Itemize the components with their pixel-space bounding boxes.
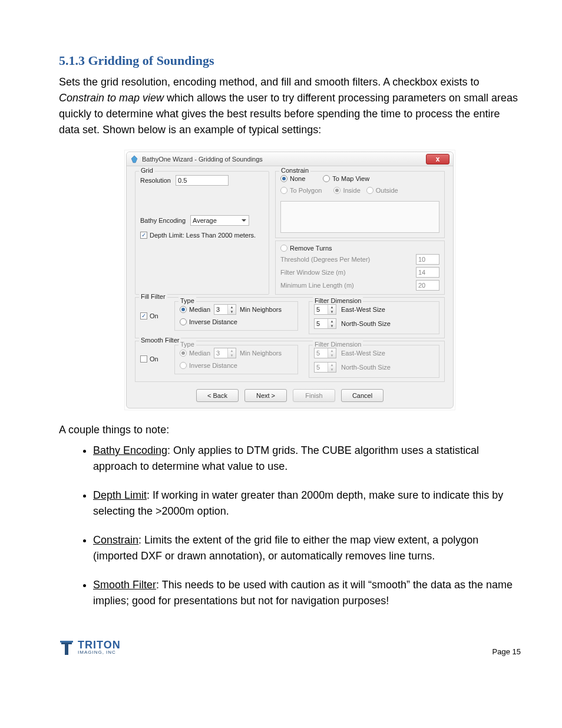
fill-filter-legend: Fill Filter <box>139 293 167 300</box>
svg-marker-0 <box>131 156 137 163</box>
constrain-polygon-label: To Polygon <box>290 187 322 194</box>
note-text: : This needs to be used with caution as … <box>93 579 513 607</box>
logo-brand: TRITON <box>78 640 121 650</box>
threshold-label: Threshold (Degrees Per Meter) <box>280 256 370 263</box>
logo-icon <box>59 638 74 656</box>
constrain-none-radio[interactable]: None <box>280 175 305 182</box>
resolution-label: Resolution <box>140 177 171 184</box>
filter-window-label: Filter Window Size (m) <box>280 269 346 276</box>
fill-median-radio[interactable]: Median <box>180 306 210 313</box>
threshold-input: 10 <box>416 254 439 265</box>
fill-median-spinner[interactable]: 3 ▲▼ <box>214 304 236 315</box>
smooth-min-neighbors-label: Min Neighbors <box>240 350 282 357</box>
constrain-column: Constrain None To Map View <box>275 171 445 295</box>
filter-window-input: 14 <box>416 267 439 278</box>
intro-a: Sets the grid resolution, encoding metho… <box>59 76 479 88</box>
min-line-input: 20 <box>416 280 439 291</box>
intro-em: Constrain to map view <box>59 92 164 104</box>
wizard-screenshot: BathyOne Wizard - Gridding of Soundings … <box>124 150 455 410</box>
note-text: : Limits the extent of the grid file to … <box>93 534 478 562</box>
back-button[interactable]: < Back <box>196 389 239 402</box>
fill-median-label: Median <box>189 306 210 313</box>
polygon-preview <box>280 201 439 233</box>
smooth-ns-label: North-South Size <box>341 364 391 371</box>
note-term: Bathy Encoding <box>93 444 167 456</box>
polygon-outside-radio: Outside <box>366 187 398 194</box>
page-number: Page 15 <box>492 647 521 656</box>
close-button[interactable]: x <box>426 154 449 164</box>
smooth-filter-group: Smooth Filter On Type <box>135 341 445 382</box>
smooth-dim-legend: Filter Dimension <box>313 341 363 348</box>
page-footer: TRITON IMAGING, INC Page 15 <box>59 638 521 656</box>
remove-turns-group: Remove Turns Threshold (Degrees Per Mete… <box>275 241 445 295</box>
svg-rect-1 <box>60 641 73 643</box>
smooth-type-legend: Type <box>178 341 196 348</box>
cancel-button[interactable]: Cancel <box>341 389 384 402</box>
constrain-none-label: None <box>290 175 305 182</box>
smooth-type-group: Type Median 3 ▲▼ <box>174 345 298 374</box>
smooth-on-checkbox[interactable]: On <box>140 355 158 363</box>
smooth-ew-value: 5 <box>315 348 328 358</box>
list-item: Bathy Encoding: Only applies to DTM grid… <box>93 443 521 475</box>
constrain-polygon-radio[interactable]: To Polygon <box>280 187 322 194</box>
smooth-median-value: 3 <box>214 348 227 358</box>
smooth-on-label: On <box>150 355 158 363</box>
smooth-inverse-radio: Inverse Distance <box>180 362 293 369</box>
window-title: BathyOne Wizard - Gridding of Soundings <box>142 156 426 163</box>
fill-inverse-label: Inverse Distance <box>189 318 237 325</box>
spinner-buttons-icon: ▲▼ <box>227 348 236 358</box>
bathy-encoding-select[interactable]: Average <box>190 215 249 226</box>
note-text: : If working in water greater than 2000m… <box>93 489 503 517</box>
list-item: Constrain: Limits the extent of the grid… <box>93 532 521 564</box>
constrain-mapview-label: To Map View <box>332 175 369 182</box>
smooth-ns-spinner: 5 ▲▼ <box>314 362 336 373</box>
fill-ns-label: North-South Size <box>341 320 391 327</box>
fill-inverse-radio[interactable]: Inverse Distance <box>180 318 293 325</box>
fill-type-group: Type Median 3 ▲▼ <box>174 301 298 331</box>
fill-filter-group: Fill Filter ✓ On Type <box>135 297 445 338</box>
spinner-buttons-icon: ▲▼ <box>328 363 336 372</box>
app-icon <box>130 155 138 163</box>
checkbox-icon: ✓ <box>140 312 147 319</box>
remove-turns-label: Remove Turns <box>290 245 332 252</box>
wizard-buttons: < Back Next > Finish Cancel <box>135 384 445 404</box>
notes-list: Bathy Encoding: Only applies to DTM grid… <box>59 443 521 609</box>
spinner-buttons-icon: ▲▼ <box>328 348 336 358</box>
spinner-buttons-icon[interactable]: ▲▼ <box>328 305 336 314</box>
spinner-buttons-icon[interactable]: ▲▼ <box>227 305 236 314</box>
fill-ew-spinner[interactable]: 5 ▲▼ <box>314 304 336 315</box>
smooth-ew-spinner: 5 ▲▼ <box>314 348 336 358</box>
fill-type-legend: Type <box>178 297 196 304</box>
note-term: Depth Limit <box>93 489 147 501</box>
constrain-legend: Constrain <box>279 167 310 174</box>
titlebar: BathyOne Wizard - Gridding of Soundings … <box>127 152 453 166</box>
checkbox-icon: ✓ <box>140 232 147 239</box>
constrain-mapview-radio[interactable]: To Map View <box>323 175 369 182</box>
note-term: Constrain <box>93 534 138 546</box>
fill-dim-legend: Filter Dimension <box>313 297 363 304</box>
smooth-median-label: Median <box>189 350 210 357</box>
polygon-inside-label: Inside <box>343 187 360 194</box>
fill-ns-spinner[interactable]: 5 ▲▼ <box>314 318 336 329</box>
notes-intro: A couple things to note: <box>59 422 521 438</box>
note-term: Smooth Filter <box>93 579 156 591</box>
bathy-encoding-label: Bathy Encoding <box>140 217 186 224</box>
resolution-input[interactable]: 0.5 <box>176 175 229 186</box>
smooth-median-radio: Median <box>180 350 210 357</box>
spinner-buttons-icon[interactable]: ▲▼ <box>328 319 336 328</box>
smooth-inverse-label: Inverse Distance <box>189 362 237 369</box>
next-button[interactable]: Next > <box>244 389 287 402</box>
polygon-inside-radio: Inside <box>333 187 360 194</box>
fill-min-neighbors-label: Min Neighbors <box>240 306 282 313</box>
fill-dimension-group: Filter Dimension 5 ▲▼ East-West Size <box>309 301 439 334</box>
fill-on-checkbox[interactable]: ✓ On <box>140 312 158 319</box>
remove-turns-radio[interactable]: Remove Turns <box>280 245 439 252</box>
min-line-label: Minimum Line Length (m) <box>280 282 354 289</box>
depth-limit-checkbox[interactable]: ✓ Depth Limit: Less Than 2000 meters. <box>140 232 264 239</box>
fill-on-label: On <box>150 312 158 319</box>
smooth-dimension-group: Filter Dimension 5 ▲▼ East-West Size <box>309 345 439 378</box>
fill-ew-value: 5 <box>315 305 328 314</box>
fill-ew-label: East-West Size <box>341 306 385 313</box>
smooth-filter-legend: Smooth Filter <box>139 337 181 344</box>
intro-paragraph: Sets the grid resolution, encoding metho… <box>59 74 521 138</box>
